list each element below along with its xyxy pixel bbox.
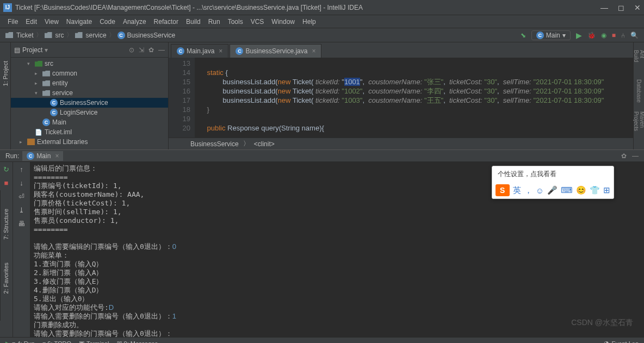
ant-build-button[interactable]: Ant Build xyxy=(633,48,645,73)
crumb-project[interactable]: Ticket xyxy=(16,32,34,39)
crumb-class[interactable]: BusinessService xyxy=(127,32,176,39)
ime-btn[interactable]: 👕 xyxy=(590,185,600,195)
event-log-button[interactable]: ◔Event Log xyxy=(604,340,639,343)
build-icon[interactable]: ⬊ xyxy=(521,32,526,39)
tree-item-main[interactable]: C Main xyxy=(11,117,168,127)
ime-btn[interactable]: ⊞ xyxy=(603,185,610,195)
scroll-button[interactable]: ⤓ xyxy=(18,206,24,214)
print-button[interactable]: 🖶 xyxy=(18,220,25,228)
ime-btn[interactable]: 🎤 xyxy=(547,185,558,195)
class-icon: C xyxy=(236,47,243,55)
run-configuration[interactable]: C Main ▾ xyxy=(531,30,571,40)
crumb-class[interactable]: BusinessService xyxy=(190,140,239,148)
target-icon[interactable]: ⊙ xyxy=(129,46,134,54)
project-tool-button[interactable]: 1: Project xyxy=(2,59,9,88)
database-button[interactable]: Database xyxy=(636,77,642,105)
tree-item-common[interactable]: ▸ common xyxy=(11,68,168,78)
structure-button[interactable]: 7: Structure xyxy=(3,207,9,242)
tree-item-loginservice[interactable]: C LoginService xyxy=(11,108,168,117)
stop-button[interactable]: ■ xyxy=(612,32,616,39)
hide-icon[interactable]: — xyxy=(632,152,639,160)
ime-btn[interactable]: ⌨ xyxy=(561,185,573,195)
bottom-tab-todo[interactable]: ≡ 6: TODO xyxy=(42,340,71,343)
crumb-src[interactable]: src xyxy=(55,32,64,39)
tree-item-src[interactable]: ▾ src xyxy=(11,59,168,68)
tree-item-ticket-iml[interactable]: 📄 Ticket.iml xyxy=(11,127,168,137)
menu-build[interactable]: Build xyxy=(183,17,204,27)
menu-run[interactable]: Run xyxy=(205,17,224,27)
ime-btn[interactable]: 😊 xyxy=(576,185,586,195)
maximize-button[interactable]: ◻ xyxy=(618,3,624,12)
close-button[interactable]: ✕ xyxy=(634,3,641,12)
class-icon: C xyxy=(117,32,125,39)
run-button[interactable]: ▶ xyxy=(576,31,582,40)
class-icon: C xyxy=(42,119,50,126)
search-button[interactable]: 🔍 xyxy=(630,32,639,39)
run-config-label: Main xyxy=(546,32,560,39)
menubar: File Edit View Navigate Code Analyze Ref… xyxy=(0,15,644,28)
close-icon[interactable]: × xyxy=(312,47,315,55)
right-tool-strip: Ant Build Database Maven Projects xyxy=(633,42,644,149)
menu-tools[interactable]: Tools xyxy=(225,17,246,27)
ime-logo[interactable]: S xyxy=(496,184,510,196)
menu-analyze[interactable]: Analyze xyxy=(120,17,150,27)
tree-item-entity[interactable]: ▸ entity xyxy=(11,78,168,88)
crumb-method[interactable]: <clinit> xyxy=(254,140,275,148)
favorites-button[interactable]: 2: Favorites xyxy=(3,260,9,296)
bottom-tabs: ▶≡ 4: Run ≡ 6: TODO ▣Terminal ✉0: Messag… xyxy=(0,337,644,343)
editor-tabs: CMain.java× CBusinessService.java× xyxy=(169,42,633,58)
menu-view[interactable]: View xyxy=(41,17,62,27)
ime-btn[interactable]: 英 xyxy=(513,185,521,196)
rerun-button[interactable]: ↻ xyxy=(3,165,9,173)
wrap-button[interactable]: ⏎ xyxy=(18,192,24,201)
project-tree[interactable]: ▾ src▸ common▸ entity▾ serviceC Business… xyxy=(11,58,168,148)
menu-code[interactable]: Code xyxy=(96,17,119,27)
bottom-tab-messages[interactable]: ✉0: Messages xyxy=(117,340,158,343)
run-panel-header: Run: CMain× ✿ — xyxy=(0,150,644,162)
tab-label: 0: Messages xyxy=(124,340,158,344)
collapse-icon[interactable]: ⇲ xyxy=(139,46,144,54)
menu-vcs[interactable]: VCS xyxy=(247,17,268,27)
tab-businessservice[interactable]: CBusinessService.java× xyxy=(230,44,321,58)
hide-icon[interactable]: — xyxy=(158,46,165,54)
up-button[interactable]: ↑ xyxy=(20,165,23,173)
gear-icon[interactable]: ✿ xyxy=(621,152,627,160)
ime-tooltip[interactable]: 个性设置，点我看看 xyxy=(492,166,614,182)
ime-btn[interactable]: ， xyxy=(524,185,532,196)
ime-btn[interactable]: ☺ xyxy=(536,186,544,195)
run-panel-tab[interactable]: CMain× xyxy=(22,151,63,161)
close-icon[interactable]: × xyxy=(55,152,59,160)
git-button[interactable]: ⑃ xyxy=(621,32,625,39)
down-button[interactable]: ↓ xyxy=(20,179,23,187)
tree-item-service[interactable]: ▾ service xyxy=(11,88,168,98)
stop-button[interactable]: ■ xyxy=(4,179,9,187)
dir-icon xyxy=(42,71,50,77)
menu-window[interactable]: Window xyxy=(268,17,298,27)
breadcrumb[interactable]: Ticket〉 src〉 service〉 C BusinessService xyxy=(5,30,175,40)
crumb-service[interactable]: service xyxy=(86,32,107,39)
class-icon: C xyxy=(177,47,184,55)
dir-icon xyxy=(42,80,50,86)
editor-body[interactable]: 1314151617181920 static { businessList.a… xyxy=(169,58,633,138)
bottom-tab-terminal[interactable]: ▣Terminal xyxy=(79,340,109,343)
menu-navigate[interactable]: Navigate xyxy=(63,17,95,27)
tree-item-external-libraries[interactable]: ▸ External Libraries xyxy=(11,137,168,147)
run-toolbar-2: ↑ ↓ ⏎ ⤓ 🖶 xyxy=(13,162,30,337)
tree-item-businessservice[interactable]: C BusinessService xyxy=(11,98,168,108)
tab-main[interactable]: CMain.java× xyxy=(171,44,228,58)
coverage-button[interactable]: ◉ xyxy=(601,32,606,39)
gear-icon[interactable]: ✿ xyxy=(148,46,154,54)
menu-edit[interactable]: Edit xyxy=(22,17,40,27)
debug-button[interactable]: 🐞 xyxy=(587,32,596,39)
minimize-button[interactable]: — xyxy=(600,3,608,12)
menu-refactor[interactable]: Refactor xyxy=(151,17,182,27)
tree-label: service xyxy=(52,89,73,97)
bottom-tab-run[interactable]: ▶≡ 4: Run xyxy=(5,340,35,343)
menu-help[interactable]: Help xyxy=(299,17,319,27)
menu-file[interactable]: File xyxy=(4,17,21,27)
tab-label: ≡ 6: TODO xyxy=(42,340,71,344)
close-icon[interactable]: × xyxy=(219,47,222,55)
code-area[interactable]: static { businessList.add(new Ticket( ti… xyxy=(195,58,633,138)
chevron-down-icon[interactable]: ▾ xyxy=(45,46,48,54)
maven-button[interactable]: Maven Projects xyxy=(633,109,645,149)
